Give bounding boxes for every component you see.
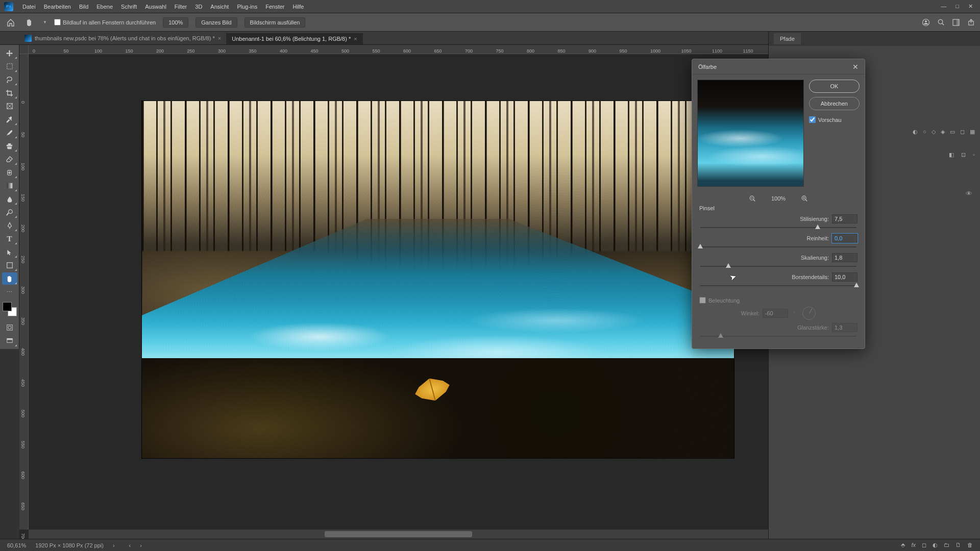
workspace-icon[interactable] <box>952 18 960 27</box>
brush-tool[interactable] <box>2 127 17 139</box>
lasso-tool[interactable] <box>2 73 17 86</box>
panel-icon[interactable]: ◧ <box>949 152 954 158</box>
cleanliness-slider[interactable] <box>700 244 856 250</box>
dialog-close-icon[interactable]: ✕ <box>852 63 859 71</box>
menu-bild[interactable]: Bild <box>75 2 92 11</box>
lighting-checkbox[interactable]: Beleuchtung <box>699 297 857 304</box>
eraser-tool[interactable] <box>2 153 17 165</box>
stylization-input[interactable] <box>832 214 857 223</box>
path-selection-tool[interactable] <box>2 246 17 258</box>
tool-preset-dropdown-icon[interactable]: ▼ <box>43 20 47 24</box>
bristle-param: Borstendetails: <box>699 272 857 282</box>
document-dimensions[interactable]: 1920 Px × 1080 Px (72 ppi) <box>35 542 104 548</box>
quick-mask-icon[interactable] <box>2 321 17 334</box>
fill-screen-button[interactable]: Bildschirm ausfüllen <box>244 17 306 28</box>
visibility-eye-icon[interactable]: 👁 <box>966 190 972 197</box>
close-tab-icon[interactable]: × <box>354 36 357 42</box>
paths-panel-tab[interactable]: Pfade <box>774 33 801 44</box>
stylization-slider[interactable] <box>700 224 856 231</box>
menu-fenster[interactable]: Fenster <box>261 2 288 11</box>
menu-schrift[interactable]: Schrift <box>117 2 141 11</box>
fit-screen-button[interactable]: Ganzes Bild <box>195 17 237 28</box>
hand-tool[interactable] <box>2 272 17 285</box>
cleanliness-input[interactable] <box>832 234 857 243</box>
gradient-tool[interactable] <box>2 180 17 192</box>
status-nav-left-icon[interactable]: ‹ <box>129 542 131 548</box>
menu-filter[interactable]: Filter <box>170 2 191 11</box>
edit-toolbar[interactable]: ⋯ <box>2 286 17 298</box>
link-layers-icon[interactable]: ⬘ <box>901 542 905 548</box>
document-tab-1[interactable]: thumbnails new.psdc bei 78% (Alerts und … <box>19 32 227 44</box>
horizontal-scrollbar[interactable] <box>29 530 768 539</box>
adj-icon[interactable]: ○ <box>923 129 926 139</box>
close-tab-icon[interactable]: × <box>218 35 221 41</box>
share-icon[interactable] <box>967 18 975 26</box>
zoom-out-icon[interactable] <box>749 195 756 202</box>
adj-icon[interactable]: ◈ <box>941 129 945 139</box>
healing-brush-tool[interactable] <box>2 166 17 179</box>
panel-icon[interactable]: ⊡ <box>961 152 966 158</box>
preview-checkbox[interactable]: Vorschau <box>809 116 860 123</box>
adj-icon[interactable]: ▦ <box>970 129 975 139</box>
scroll-all-windows-checkbox[interactable]: Bildlauf in allen Fenstern durchführen <box>54 19 156 26</box>
scale-input[interactable] <box>832 253 857 262</box>
layer-mask-icon[interactable]: ◻ <box>922 542 926 548</box>
home-icon[interactable] <box>5 17 16 28</box>
delete-layer-icon[interactable]: 🗑 <box>967 542 973 548</box>
menu-plug-ins[interactable]: Plug-ins <box>233 2 261 11</box>
bristle-input[interactable] <box>832 272 857 282</box>
menu-auswahl[interactable]: Auswahl <box>141 2 170 11</box>
cloud-user-icon[interactable] <box>922 18 930 27</box>
search-icon[interactable] <box>937 18 945 26</box>
adj-icon[interactable]: ▭ <box>950 129 955 139</box>
clone-stamp-tool[interactable] <box>2 140 17 152</box>
maximize-icon[interactable]: □ <box>955 3 959 10</box>
scale-slider[interactable] <box>700 263 856 269</box>
filter-preview[interactable] <box>697 80 804 187</box>
menu-bearbeiten[interactable]: Bearbeiten <box>40 2 75 11</box>
blur-tool[interactable] <box>2 193 17 205</box>
zoom-in-icon[interactable] <box>801 195 808 202</box>
menu-hilfe[interactable]: Hilfe <box>288 2 308 11</box>
status-chevron-icon[interactable]: › <box>113 542 115 548</box>
adjustment-layer-icon[interactable]: ◐ <box>933 542 938 548</box>
menu-ebene[interactable]: Ebene <box>92 2 117 11</box>
zoom-readout[interactable]: 60,61% <box>7 542 26 548</box>
status-nav-right-icon[interactable]: › <box>140 542 142 548</box>
layer-fx-icon[interactable]: fx <box>911 542 916 548</box>
hand-tool-icon[interactable] <box>23 17 35 28</box>
menu-ansicht[interactable]: Ansicht <box>206 2 233 11</box>
cancel-button[interactable]: Abbrechen <box>809 97 860 110</box>
adj-icon[interactable]: ◐ <box>913 129 918 139</box>
pen-tool[interactable] <box>2 219 17 232</box>
dodge-tool[interactable] <box>2 206 17 218</box>
close-icon[interactable]: ✕ <box>968 3 973 10</box>
type-tool[interactable]: T <box>2 233 17 245</box>
shape-tool[interactable] <box>2 259 17 271</box>
adj-icon[interactable]: ◻ <box>960 129 965 139</box>
document-tab-2[interactable]: Unbenannt-1 bei 60,6% (Belichtung 1, RGB… <box>227 33 362 44</box>
marquee-tool[interactable] <box>2 60 17 72</box>
panel-icon[interactable]: ◦ <box>973 152 975 158</box>
minimize-icon[interactable]: — <box>941 3 946 10</box>
document-canvas[interactable] <box>142 101 734 458</box>
ruler-horizontal[interactable]: 0501001502002503003504004505005506006507… <box>29 45 768 54</box>
eyedropper-tool[interactable] <box>2 113 17 126</box>
zoom-100-button[interactable]: 100% <box>163 17 188 28</box>
move-tool[interactable] <box>2 47 17 59</box>
frame-tool[interactable] <box>2 100 17 112</box>
bristle-slider[interactable] <box>700 283 856 289</box>
ruler-vertical[interactable]: 0501001502002503003504004505005506006507… <box>19 54 29 530</box>
menu-datei[interactable]: Datei <box>18 2 40 11</box>
new-layer-icon[interactable]: 🗋 <box>955 542 961 548</box>
adj-icon[interactable]: ◇ <box>932 129 936 139</box>
screen-mode-icon[interactable] <box>2 335 17 347</box>
group-icon[interactable]: 🗀 <box>944 542 949 548</box>
dialog-titlebar[interactable]: Ölfarbe ✕ <box>692 59 865 74</box>
ruler-tick: 800 <box>527 48 534 54</box>
ok-button[interactable]: OK <box>809 80 860 93</box>
ruler-origin[interactable] <box>19 45 29 54</box>
color-swatch[interactable] <box>3 302 17 316</box>
menu-3d[interactable]: 3D <box>191 2 206 11</box>
crop-tool[interactable] <box>2 87 17 99</box>
